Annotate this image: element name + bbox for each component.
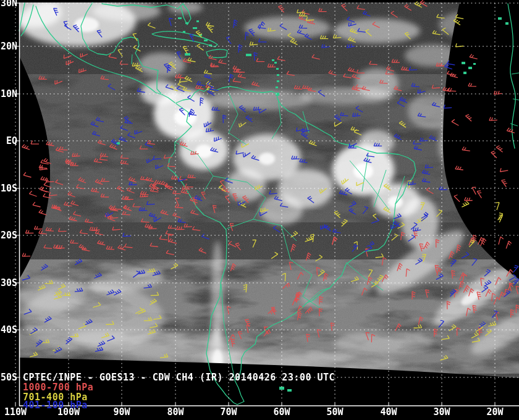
lat-label-20S: 20S: [1, 230, 17, 241]
lat-label-30S: 30S: [1, 277, 17, 288]
lat-label-10N: 10N: [1, 88, 17, 99]
lat-label-30N: 30N: [1, 0, 17, 9]
lon-label-20W: 20W: [486, 406, 504, 418]
lat-label-40S: 40S: [1, 324, 17, 335]
lon-label-80W: 80W: [167, 406, 184, 418]
lat-label-10S: 10S: [1, 183, 17, 194]
lat-label-EQ: EQ: [6, 135, 17, 146]
map-canvas: 30N20N10NEQ10S20S30S40S50S 110W100W90W80…: [0, 0, 519, 420]
lon-label-70W: 70W: [220, 406, 237, 418]
lat-label-20N: 20N: [1, 41, 17, 52]
lon-label-90W: 90W: [113, 406, 130, 418]
satellite-wind-product: 30N20N10NEQ10S20S30S40S50S 110W100W90W80…: [0, 0, 519, 420]
top-margin: [0, 0, 519, 2]
left-margin: [0, 0, 19, 420]
lon-label-50W: 50W: [326, 406, 344, 418]
lon-label-40W: 40W: [380, 406, 397, 418]
lat-label-50S: 50S: [1, 372, 17, 383]
legend-item-high: 401-100 hPa: [23, 400, 88, 411]
lon-label-60W: 60W: [273, 406, 290, 418]
lon-label-30W: 30W: [433, 406, 450, 418]
